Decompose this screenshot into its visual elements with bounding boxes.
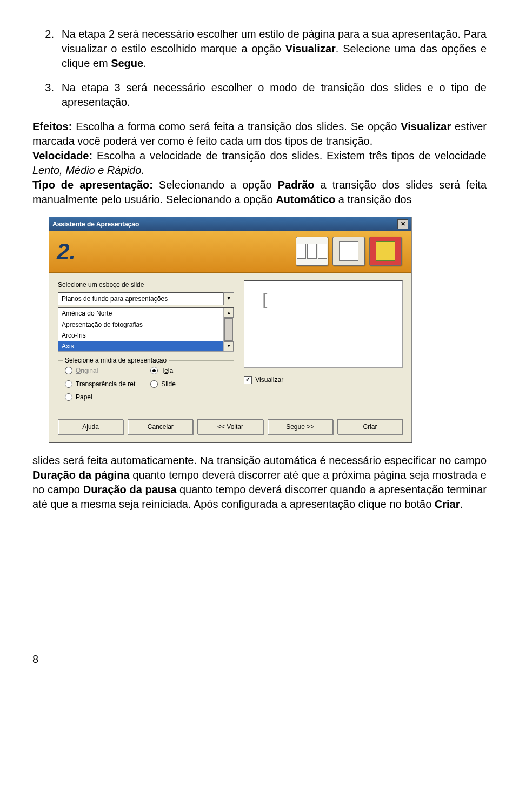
design-listbox[interactable]: América do Norte Apresentação de fotogra…: [58, 307, 234, 352]
radio-transparencia[interactable]: Transparência de ret: [65, 380, 142, 388]
radio-papel[interactable]: Papel: [65, 393, 142, 401]
preview-placeholder-icon: [: [260, 288, 270, 312]
step-3-text: Na etapa 3 será necessário escolher o mo…: [62, 80, 487, 110]
text: .: [460, 498, 463, 510]
dialog-title: Assistente de Apresentação: [52, 220, 139, 229]
text: a transição dos: [335, 193, 411, 205]
bold: Duração da página: [32, 469, 130, 481]
background-dropdown[interactable]: Planos de fundo para apresentações ▼: [58, 292, 234, 305]
next-button[interactable]: Segue >>: [268, 419, 333, 434]
bold: Padrão: [278, 179, 315, 191]
back-button[interactable]: << Voltar: [197, 419, 263, 434]
radio-slide[interactable]: Slide: [150, 380, 227, 388]
slide-design-label: Selecione um esboço de slide: [58, 280, 234, 289]
step-number: 2.: [57, 237, 76, 267]
label: Velocidade:: [32, 150, 92, 162]
button-row: Ajuda Cancelar << Voltar Segue >> Criar: [49, 414, 411, 442]
cancel-button[interactable]: Cancelar: [128, 419, 193, 434]
help-button[interactable]: Ajuda: [58, 419, 123, 434]
color-slide-icon: [369, 237, 402, 266]
visualizar-checkbox[interactable]: ✓ Visualizar: [244, 375, 403, 384]
single-slide-icon: [332, 237, 365, 266]
step-banner: 2.: [49, 231, 411, 273]
dialog-screenshot: Assistente de Apresentação ✕ 2. Selecion…: [49, 217, 470, 442]
list-item[interactable]: Arco-íris: [58, 330, 234, 341]
page-number: 8: [32, 652, 487, 667]
scroll-down-icon[interactable]: ▾: [224, 341, 234, 351]
slides-icon: [296, 237, 328, 266]
step-2-text: Na etapa 2 será necessário escolher um e…: [62, 27, 487, 71]
dropdown-arrow-icon[interactable]: ▼: [223, 292, 234, 305]
presentation-wizard-dialog: Assistente de Apresentação ✕ 2. Selecion…: [49, 217, 412, 442]
radio-label: Transparência de ret: [76, 380, 135, 388]
list-item-selected[interactable]: Axis: [58, 341, 234, 352]
bold: Visualizar: [401, 120, 451, 132]
bold: Criar: [435, 498, 460, 510]
bold: Segue: [111, 57, 143, 69]
radio-tela[interactable]: Tela: [150, 366, 227, 375]
step-3-number: 3.: [32, 80, 62, 110]
list-item[interactable]: América do Norte: [58, 308, 234, 319]
dropdown-value: Planos de fundo para apresentações: [58, 292, 223, 305]
checkbox-icon: ✓: [244, 376, 252, 384]
text: .: [143, 57, 147, 69]
text: slides será feita automaticamente. Na tr…: [32, 454, 487, 466]
media-legend: Selecione a mídia de apresentação: [63, 356, 169, 365]
label: Tipo de apresentação:: [32, 179, 153, 191]
media-fieldset: Selecione a mídia de apresentação Origin…: [58, 360, 234, 408]
listbox-scrollbar[interactable]: ▴ ▾: [223, 308, 234, 351]
bold: Visualizar: [285, 43, 336, 55]
radio-original[interactable]: Original: [65, 366, 142, 375]
titlebar: Assistente de Apresentação ✕: [49, 217, 411, 231]
step-3-paragraph: 3. Na etapa 3 será necessário escolher o…: [32, 80, 487, 110]
banner-icons: [296, 237, 402, 266]
text: Selecionando a opção: [153, 179, 278, 191]
text: Escolha a forma como será feita a transi…: [72, 120, 401, 132]
after-paragraph: slides será feita automaticamente. Na tr…: [32, 453, 487, 512]
text: Escolha a velocidade de transição dos sl…: [92, 150, 487, 162]
step-2-paragraph: 2. Na etapa 2 será necessário escolher u…: [32, 27, 487, 71]
efeitos-paragraph: Efeitos: Escolha a forma como será feita…: [32, 119, 487, 207]
label: Efeitos:: [32, 120, 72, 132]
list-item[interactable]: Apresentação de fotografias: [58, 319, 234, 330]
italic: Lento, Médio e Rápido.: [32, 164, 144, 176]
scroll-thumb[interactable]: [224, 318, 233, 341]
bold: Duração da pausa: [83, 484, 177, 495]
close-button[interactable]: ✕: [397, 219, 408, 229]
scroll-up-icon[interactable]: ▴: [224, 308, 234, 318]
create-button[interactable]: Criar: [337, 419, 403, 434]
btn-label: Criar: [363, 423, 377, 431]
preview-box: [: [244, 280, 403, 368]
bold: Automático: [276, 193, 335, 205]
step-2-number: 2.: [32, 27, 62, 71]
